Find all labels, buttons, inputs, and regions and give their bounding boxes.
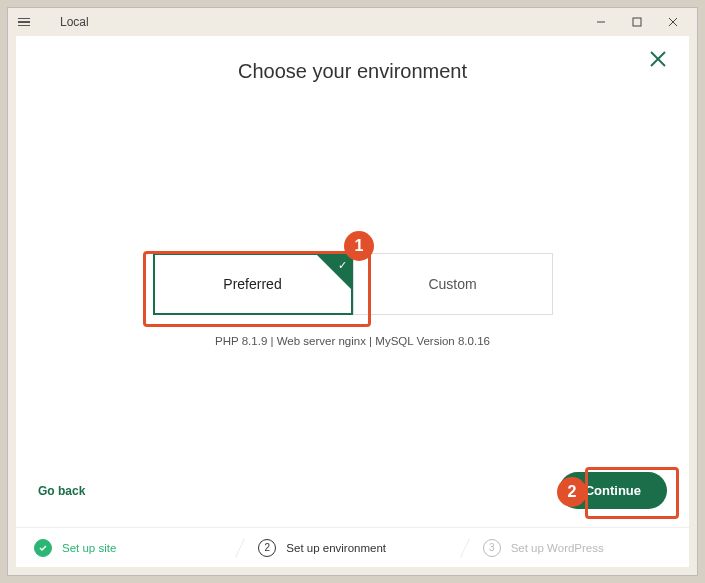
close-window-button[interactable] (655, 8, 691, 36)
step-setup-wordpress[interactable]: 3 Set up WordPress (465, 539, 689, 557)
close-dialog-icon[interactable] (649, 50, 671, 72)
step-label: Set up environment (286, 542, 386, 554)
go-back-link[interactable]: Go back (38, 484, 85, 498)
step-done-icon (34, 539, 52, 557)
steps-bar: Set up site 2 Set up environment 3 Set u… (16, 527, 689, 567)
page-title: Choose your environment (16, 60, 689, 83)
hamburger-menu-icon[interactable] (18, 13, 36, 31)
step-label: Set up WordPress (511, 542, 604, 554)
environment-info: PHP 8.1.9 | Web server nginx | MySQL Ver… (16, 335, 689, 347)
titlebar: Local (8, 8, 697, 36)
option-label: Custom (428, 276, 476, 292)
window-title: Local (60, 15, 89, 29)
preferred-option-card[interactable]: Preferred ✓ (153, 253, 353, 315)
app-window: Local Choose your environment Preferred … (7, 7, 698, 576)
step-setup-environment[interactable]: 2 Set up environment (240, 539, 464, 557)
footer-row: Go back Continue (16, 454, 689, 527)
step-number: 3 (483, 539, 501, 557)
step-label: Set up site (62, 542, 116, 554)
step-setup-site[interactable]: Set up site (16, 539, 240, 557)
environment-options: Preferred ✓ Custom (16, 253, 689, 315)
maximize-button[interactable] (619, 8, 655, 36)
continue-button[interactable]: Continue (559, 472, 667, 509)
minimize-button[interactable] (583, 8, 619, 36)
custom-option-card[interactable]: Custom (353, 253, 553, 315)
option-label: Preferred (223, 276, 281, 292)
check-icon: ✓ (338, 259, 347, 272)
content-area: Choose your environment Preferred ✓ Cust… (16, 36, 689, 567)
svg-rect-1 (633, 18, 641, 26)
step-number: 2 (258, 539, 276, 557)
